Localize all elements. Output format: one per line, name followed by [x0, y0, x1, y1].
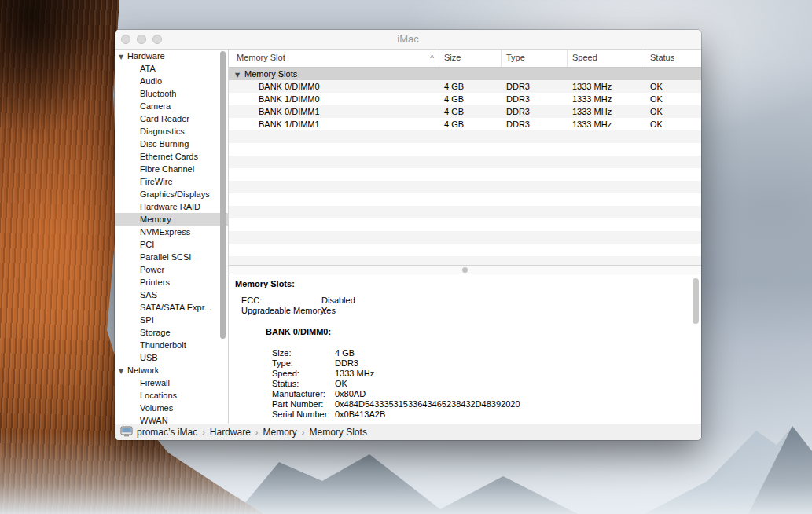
table-cell: 1333 MHz — [568, 80, 645, 93]
column-header-speed[interactable]: Speed — [568, 50, 645, 67]
sidebar-scrollbar-thumb[interactable] — [220, 51, 226, 339]
sidebar-item-hardware-raid[interactable]: Hardware RAID — [115, 200, 228, 213]
sidebar-item-audio[interactable]: Audio — [115, 75, 228, 87]
detail-bank-fields: Size:4 GBType:DDR3Speed:1333 MHzStatus:O… — [272, 348, 701, 420]
sidebar-item-ethernet-cards[interactable]: Ethernet Cards — [115, 150, 228, 163]
table-group-row[interactable]: ▼Memory Slots — [229, 68, 701, 80]
sort-ascending-icon: ^ — [430, 50, 434, 67]
imac-display-icon — [120, 426, 133, 439]
sidebar-item-card-reader[interactable]: Card Reader — [115, 112, 228, 125]
sidebar-item-fibre-channel[interactable]: Fibre Channel — [115, 163, 228, 175]
sidebar-item-pci[interactable]: PCI — [115, 238, 228, 251]
table-cell: 1333 MHz — [568, 118, 645, 130]
column-header-status[interactable]: Status — [645, 50, 701, 67]
detail-bank-field-row: Part Number:0x484D5433353153364346523843… — [272, 399, 701, 409]
sidebar-item-spi[interactable]: SPI — [115, 314, 228, 326]
table-cell: DDR3 — [502, 118, 568, 130]
sidebar-item-usb[interactable]: USB — [115, 351, 228, 364]
sidebar-item-volumes[interactable]: Volumes — [115, 402, 228, 414]
table-cell: OK — [645, 118, 701, 130]
sidebar-item-memory[interactable]: Memory — [115, 213, 228, 226]
table-filler-row — [229, 218, 701, 231]
detail-scrollbar-thumb[interactable] — [693, 278, 699, 324]
column-header-size[interactable]: Size — [439, 50, 502, 67]
table-filler-row — [229, 231, 701, 244]
sidebar-item-sata-sata-expr[interactable]: SATA/SATA Expr... — [115, 301, 228, 314]
sidebar-item-diagnostics[interactable]: Diagnostics — [115, 125, 228, 138]
table-cell: BANK 1/DIMM0 — [229, 93, 439, 105]
table-row[interactable]: BANK 0/DIMM14 GBDDR31333 MHzOK — [229, 105, 701, 118]
sidebar: ▼HardwareATAAudioBluetoothCameraCard Rea… — [115, 50, 228, 424]
table-filler-row — [229, 181, 701, 193]
table-cell: DDR3 — [502, 80, 568, 93]
detail-title: Memory Slots: — [235, 279, 701, 289]
detail-bank-field-row: Status:OK — [272, 379, 701, 389]
detail-bank-field-value: 0x0B413A2B — [335, 409, 385, 420]
sidebar-list: ▼HardwareATAAudioBluetoothCameraCard Rea… — [115, 50, 228, 424]
sidebar-group-label: Network — [127, 365, 159, 375]
table-row[interactable]: BANK 1/DIMM04 GBDDR31333 MHzOK — [229, 93, 701, 105]
table-filler-row — [229, 206, 701, 218]
table-filler-row — [229, 193, 701, 206]
sidebar-group-network[interactable]: ▼Network — [115, 364, 228, 376]
detail-bank-field-row: Serial Number:0x0B413A2B — [272, 409, 701, 420]
breadcrumb-separator: › — [202, 428, 205, 437]
sidebar-item-printers[interactable]: Printers — [115, 276, 228, 288]
table-cell: BANK 0/DIMM0 — [229, 80, 439, 93]
table-cell: 4 GB — [439, 118, 502, 130]
detail-bank-field-row: Manufacturer:0x80AD — [272, 389, 701, 399]
detail-bank-title: BANK 0/DIMM0: — [266, 327, 701, 337]
sidebar-item-disc-burning[interactable]: Disc Burning — [115, 138, 228, 150]
column-header-label: Size — [444, 53, 461, 62]
sidebar-item-graphics-displays[interactable]: Graphics/Displays — [115, 188, 228, 200]
detail-bank-field-value: DDR3 — [335, 358, 358, 369]
table-header: Memory Slot ^ Size Type Speed Status — [229, 50, 701, 68]
table-filler-row — [229, 130, 701, 143]
sidebar-item-thunderbolt[interactable]: Thunderbolt — [115, 339, 228, 351]
column-header-label: Memory Slot — [237, 53, 285, 62]
sidebar-item-ata[interactable]: ATA — [115, 62, 228, 75]
table-cell: DDR3 — [502, 105, 568, 118]
sidebar-item-firewall[interactable]: Firewall — [115, 376, 228, 389]
sidebar-item-power[interactable]: Power — [115, 263, 228, 276]
sidebar-item-parallel-scsi[interactable]: Parallel SCSI — [115, 251, 228, 263]
column-header-memory-slot[interactable]: Memory Slot ^ — [229, 50, 439, 67]
detail-field-row: Upgradeable Memory:Yes — [241, 306, 701, 316]
disclosure-triangle-icon: ▼ — [119, 365, 127, 378]
detail-bank-field-label: Size: — [272, 348, 335, 358]
sidebar-group-hardware[interactable]: ▼Hardware — [115, 50, 228, 62]
sidebar-item-nvmexpress[interactable]: NVMExpress — [115, 226, 228, 238]
detail-bank-field-label: Manufacturer: — [272, 389, 335, 399]
window-title: iMac — [115, 30, 701, 49]
table-cell: 1333 MHz — [568, 105, 645, 118]
table-row[interactable]: BANK 1/DIMM14 GBDDR31333 MHzOK — [229, 118, 701, 130]
detail-bank-field-label: Speed: — [272, 369, 335, 379]
table-cell: OK — [645, 105, 701, 118]
table-row[interactable]: BANK 0/DIMM04 GBDDR31333 MHzOK — [229, 80, 701, 93]
table-filler-row — [229, 143, 701, 156]
sidebar-item-camera[interactable]: Camera — [115, 100, 228, 112]
detail-bank-field-row: Size:4 GB — [272, 348, 701, 358]
detail-bank-field-value: OK — [335, 379, 347, 389]
sidebar-item-storage[interactable]: Storage — [115, 326, 228, 339]
detail-bank-field-label: Status: — [272, 379, 335, 389]
table-cell: DDR3 — [502, 93, 568, 105]
pane-splitter[interactable] — [229, 265, 701, 274]
disclosure-triangle-icon: ▼ — [119, 51, 127, 64]
detail-field-label: Upgradeable Memory: — [241, 306, 321, 316]
titlebar[interactable]: iMac — [115, 30, 701, 50]
sidebar-item-sas[interactable]: SAS — [115, 288, 228, 301]
sidebar-item-bluetooth[interactable]: Bluetooth — [115, 87, 228, 100]
column-header-type[interactable]: Type — [502, 50, 568, 67]
table-cell: 4 GB — [439, 80, 502, 93]
window-body: ▼HardwareATAAudioBluetoothCameraCard Rea… — [115, 50, 701, 424]
detail-bank-field-value: 0x80AD — [335, 389, 366, 399]
table-cell: 4 GB — [439, 105, 502, 118]
sidebar-item-firewire[interactable]: FireWire — [115, 175, 228, 188]
sidebar-group-label: Hardware — [127, 51, 165, 61]
table-cell: BANK 1/DIMM1 — [229, 118, 439, 130]
sidebar-item-locations[interactable]: Locations — [115, 389, 228, 402]
detail-field-label: ECC: — [241, 296, 321, 306]
table-filler-row — [229, 256, 701, 265]
main-pane: Memory Slot ^ Size Type Speed Status ▼Me… — [229, 50, 701, 424]
